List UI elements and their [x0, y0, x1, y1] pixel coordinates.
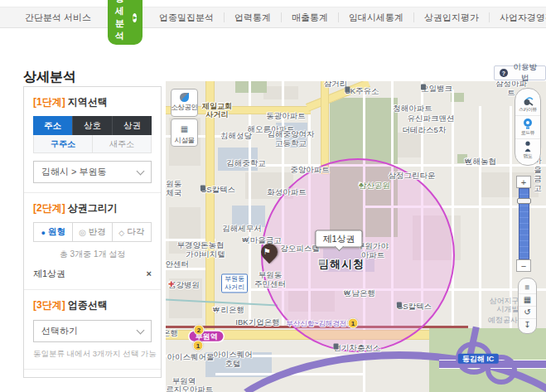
- tab-store-name[interactable]: 상호: [73, 116, 113, 135]
- step1-heading: [1단계]지역선택: [33, 95, 152, 109]
- save-tool-icon[interactable]: [519, 318, 536, 331]
- nav-item-owner-rating[interactable]: 사업자경영평가: [489, 12, 546, 22]
- won-icon: ₩: [344, 289, 350, 297]
- zoom-in-button[interactable]: +: [516, 176, 531, 188]
- satellite-dish-icon: [522, 94, 534, 106]
- step1-section: [1단계]지역선택 주소 상호 상권 구주소 새주소 김해시 > 부원동: [24, 87, 161, 193]
- action-buttons: 초기화 분석하기: [24, 370, 161, 378]
- map-label: 동김해 IC: [458, 354, 499, 364]
- map-label: 예정공사: [488, 316, 518, 324]
- map-label: 부원동 우체국: [166, 180, 181, 198]
- map-label: 부원동 사거리: [221, 273, 248, 293]
- map-label: ₩김해농협: [465, 157, 496, 167]
- zoom-slider-track[interactable]: [519, 188, 529, 259]
- circle-icon: [41, 227, 45, 237]
- layer-button-facilities[interactable]: 시설물: [171, 119, 198, 147]
- subtab-old-address[interactable]: 구주소: [34, 135, 92, 152]
- step2-section: [2단계]상권그리기 원형 반경 다각 총 3개중 1개 설정 제1상권 ×: [24, 193, 161, 290]
- tab-trade-area[interactable]: 상권: [113, 116, 152, 135]
- subtab-new-address[interactable]: 새주소: [92, 135, 151, 152]
- semas-logo-icon: [180, 93, 189, 102]
- map-label: 푸르지오아파트: [166, 385, 213, 392]
- won-icon: ₩: [213, 306, 220, 313]
- nav-item-business-age-stats[interactable]: 업력통계: [224, 12, 281, 22]
- map-label: ▤김해시청: [318, 259, 365, 271]
- gas-icon: [345, 87, 350, 93]
- map-label: 더테라스5차: [403, 126, 447, 135]
- nav-item-location-rating[interactable]: 상권입지평가: [413, 12, 489, 22]
- map-label: SK주유소: [345, 87, 379, 96]
- roadview-button[interactable]: 로드뷰: [515, 115, 540, 138]
- map-label: ₩새마을금고: [242, 236, 282, 245]
- layer-button-label: 소상공인: [172, 103, 198, 113]
- region-tabs: 주소 상호 상권: [33, 116, 152, 135]
- cross-icon: ✚: [168, 281, 175, 288]
- list-tool-icon[interactable]: [519, 282, 536, 293]
- step3-badge: [3단계]: [33, 299, 65, 311]
- nav-item-detail-analysis-active[interactable]: 상세분석: [108, 0, 143, 45]
- chevron-down-icon: [137, 167, 145, 175]
- nav-item-simple-analysis[interactable]: 간단분석 서비스: [15, 12, 101, 22]
- roadview-camera-icon: [522, 118, 534, 129]
- map-label: ✝김해성당: [220, 132, 252, 141]
- map-label: 김해중학교: [226, 159, 266, 168]
- map-label: 부경양돈농협: [177, 241, 225, 250]
- mode-polygon-label: 다각: [127, 226, 144, 238]
- help-button[interactable]: 이용방법: [494, 65, 546, 80]
- road-number-badge: 2: [194, 325, 205, 336]
- chevron-down-icon: [137, 326, 145, 334]
- cadastral-tool-icon[interactable]: [519, 293, 536, 306]
- mode-radius[interactable]: 반경: [72, 223, 111, 241]
- remove-area-button[interactable]: ×: [147, 269, 152, 278]
- address-subtabs: 구주소 새주소: [33, 135, 152, 153]
- gas-icon: [421, 85, 426, 90]
- radius-icon: [79, 227, 86, 237]
- map-label: ✚금강병원: [168, 281, 200, 290]
- map-label: 해오름아파트: [248, 125, 295, 134]
- layer-button-sobusiness[interactable]: 소상공인: [171, 89, 198, 117]
- undo-tool-icon[interactable]: [519, 306, 536, 318]
- map-label: 아이스퀘어몰: [167, 353, 215, 362]
- zoom-control: + −: [516, 176, 531, 272]
- map-label: 동광아파트: [266, 112, 306, 121]
- step2-heading: [2단계]상권그리기: [33, 201, 152, 215]
- map-label: 삼거리: [324, 81, 348, 88]
- mode-circle[interactable]: 원형: [34, 223, 72, 241]
- mode-polygon[interactable]: 다각: [112, 223, 151, 241]
- map-label: 가야비치텔: [186, 250, 225, 259]
- nav-item-label: 상세분석: [115, 0, 129, 42]
- step3-section: [3단계]업종선택 선택하기 동일분류 내에서 3개까지 선택 가능: [24, 290, 161, 370]
- map-tool-controls: [518, 278, 537, 334]
- arrow-circle-icon: [133, 13, 137, 22]
- mode-radius-label: 반경: [89, 226, 106, 238]
- analysis-panel: [1단계]지역선택 주소 상호 상권 구주소 새주소 김해시 > 부원동 [2단…: [23, 86, 162, 378]
- region-select[interactable]: 김해시 > 부원동: [33, 161, 152, 183]
- road-number-badge: 1: [193, 341, 204, 351]
- area-count-text: 총 3개중 1개 설정: [33, 249, 152, 260]
- map-label: GS칼텍스: [397, 302, 432, 312]
- church-icon: ✝: [220, 132, 227, 139]
- roadview-label: 로드뷰: [521, 129, 534, 136]
- map-canvas[interactable]: 삼거리제일교회 사거리동광아파트해오름아파트✝김해성당김해중앙여자 고등학교김해…: [166, 81, 546, 392]
- step2-title: 상권그리기: [68, 202, 118, 214]
- map-label: 부산신항~김해경전철: [286, 320, 353, 328]
- zoom-out-button[interactable]: −: [516, 259, 531, 272]
- polygon-icon: [118, 227, 124, 237]
- tab-address[interactable]: 주소: [33, 116, 73, 135]
- pegman-button[interactable]: 맵도: [515, 138, 540, 162]
- map-label: 치안센터: [166, 260, 189, 269]
- map-view-controls: 스카이뷰 로드뷰 맵도: [515, 88, 541, 166]
- map-label: 제일교회 사거리: [202, 102, 232, 119]
- skyview-button[interactable]: 스카이뷰: [515, 93, 540, 115]
- nav-item-sales-stats[interactable]: 매출통계: [281, 12, 338, 22]
- skyview-label: 스카이뷰: [519, 106, 537, 113]
- map-label: ♣남산공원: [359, 181, 390, 191]
- map-label: 삼정그린타운: [389, 172, 436, 181]
- hall-icon: ▤: [318, 259, 326, 266]
- trade-area-name: 제1상권: [33, 268, 65, 280]
- zoom-slider-handle[interactable]: [517, 198, 531, 204]
- map-label: 오일뱅크: [421, 85, 452, 94]
- nav-item-density-analysis[interactable]: 업종밀집분석: [149, 12, 224, 22]
- category-select[interactable]: 선택하기: [33, 320, 152, 342]
- nav-item-rent-stats[interactable]: 임대시세통계: [338, 12, 413, 22]
